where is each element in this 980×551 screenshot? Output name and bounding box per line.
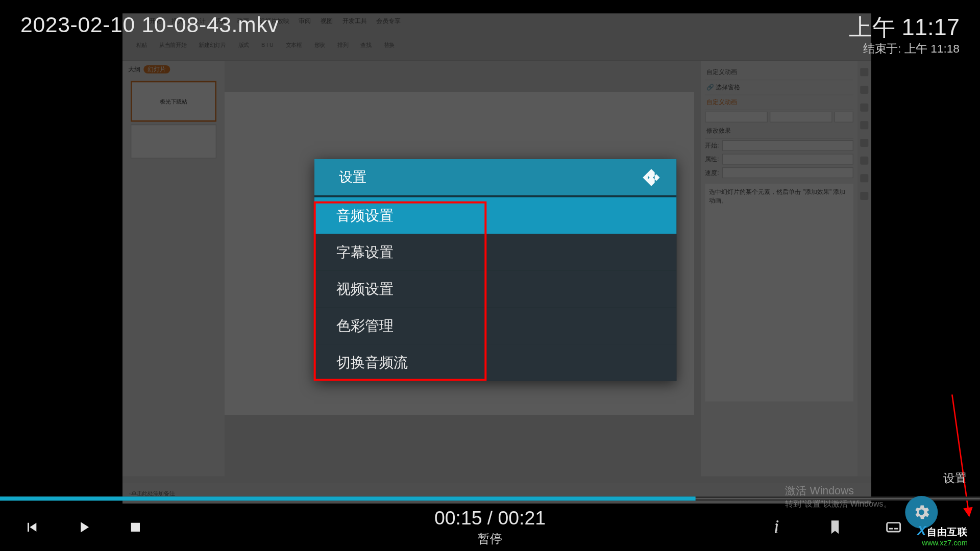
kodi-logo-icon <box>641 167 662 187</box>
settings-hover-label: 设置 <box>943 471 966 487</box>
subtitle-button[interactable] <box>882 516 905 539</box>
info-button[interactable]: i <box>765 516 788 539</box>
settings-item-video[interactable]: 视频设置 <box>314 271 676 308</box>
file-title: 2023-02-10 10-08-43.mkv <box>20 12 279 37</box>
settings-item-subtitle[interactable]: 字幕设置 <box>314 234 676 271</box>
settings-item-audio[interactable]: 音频设置 <box>314 197 676 234</box>
windows-activation-watermark: 激活 Windows 转到"设置"以激活 Windows。 <box>785 484 892 510</box>
svg-rect-1 <box>887 523 900 532</box>
bookmark-button[interactable] <box>823 516 846 539</box>
settings-item-color[interactable]: 色彩管理 <box>314 308 676 344</box>
svg-rect-2 <box>889 528 893 530</box>
player-toolbar: 00:15 / 00:21 暂停 i <box>0 504 980 551</box>
svg-rect-3 <box>894 528 898 530</box>
settings-item-audio-stream[interactable]: 切换音频流 <box>314 344 676 381</box>
settings-dialog: 设置 音频设置 字幕设置 视频设置 色彩管理 切换音频流 <box>314 159 676 381</box>
seek-bar-fill <box>0 496 696 500</box>
settings-dialog-title: 设置 <box>339 168 366 186</box>
clock: 上午 11:17 <box>849 12 960 43</box>
site-watermark: X自由互联 www.xz7.com <box>917 523 968 547</box>
ends-at-label: 结束于: 上午 11:18 <box>863 41 960 57</box>
